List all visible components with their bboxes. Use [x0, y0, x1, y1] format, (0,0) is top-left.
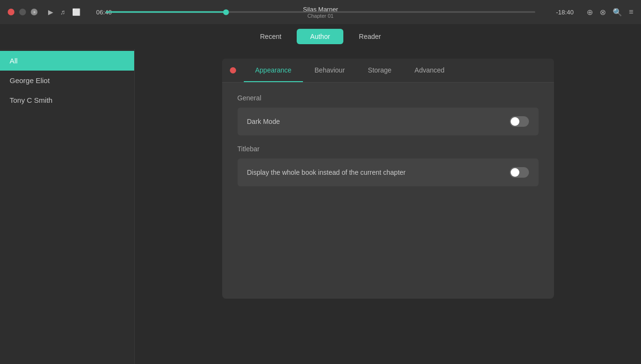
time-remaining: -18:40: [556, 9, 574, 16]
dark-mode-toggle[interactable]: [510, 116, 529, 127]
sidebar: All George Eliot Tony C Smith: [0, 49, 135, 364]
main-layout: All George Eliot Tony C Smith Appearance…: [0, 49, 641, 364]
content-area: Appearance Behaviour Storage Advanced Ge…: [135, 49, 641, 364]
prefs-tab-storage[interactable]: Storage: [356, 59, 403, 82]
prefs-tab-behaviour[interactable]: Behaviour: [303, 59, 356, 82]
setting-whole-book: Display the whole book instead of the cu…: [238, 158, 539, 186]
progress-fill: [106, 12, 226, 13]
nav-tabs: Recent Author Reader: [0, 24, 641, 49]
airplay-icon[interactable]: ⊕: [587, 8, 593, 17]
sidebar-item-george-eliot[interactable]: George Eliot: [0, 71, 134, 90]
topbar: ☀ ▶ ♬ ⬜ Silas Marner Chapter 01 06:40 -1…: [0, 0, 641, 24]
whole-book-toggle[interactable]: [510, 167, 529, 178]
whole-book-label: Display the whole book instead of the cu…: [247, 169, 406, 176]
sidebar-item-all[interactable]: All: [0, 51, 134, 71]
no-sleep-icon[interactable]: ⊗: [600, 8, 606, 17]
prefs-panel: Appearance Behaviour Storage Advanced Ge…: [222, 59, 554, 299]
progress-bar[interactable]: [106, 12, 535, 13]
prefs-content: General Dark Mode Titlebar Display the w…: [222, 83, 554, 207]
prefs-tab-advanced[interactable]: Advanced: [403, 59, 456, 82]
prefs-tabs: Appearance Behaviour Storage Advanced: [222, 59, 554, 83]
menu-icon[interactable]: ≡: [629, 8, 633, 16]
tab-recent[interactable]: Recent: [247, 29, 295, 44]
setting-dark-mode: Dark Mode: [238, 108, 539, 135]
tab-reader[interactable]: Reader: [345, 29, 394, 44]
search-icon[interactable]: 🔍: [613, 8, 622, 17]
book-icon[interactable]: ⬜: [72, 8, 80, 16]
chapter-label: Chapter 01: [307, 13, 333, 19]
dark-mode-label: Dark Mode: [247, 118, 280, 125]
prefs-close-button[interactable]: [230, 67, 236, 73]
prefs-tab-appearance[interactable]: Appearance: [244, 59, 303, 82]
section-titlebar-title: Titlebar: [238, 145, 539, 153]
play-button[interactable]: ▶: [48, 8, 53, 16]
section-general-title: General: [238, 94, 539, 102]
progress-track[interactable]: [106, 12, 535, 13]
close-button[interactable]: [8, 9, 14, 15]
sidebar-item-tony-c-smith[interactable]: Tony C Smith: [0, 90, 134, 110]
brightness-icon[interactable]: ☀: [31, 9, 38, 15]
progress-thumb: [223, 9, 229, 15]
minimize-button[interactable]: [19, 9, 26, 15]
window-controls: ☀: [8, 9, 38, 15]
volume-icon[interactable]: ♬: [60, 8, 65, 16]
topbar-right-icons: ⊕ ⊗ 🔍 ≡: [587, 8, 633, 17]
tab-author[interactable]: Author: [297, 29, 343, 44]
